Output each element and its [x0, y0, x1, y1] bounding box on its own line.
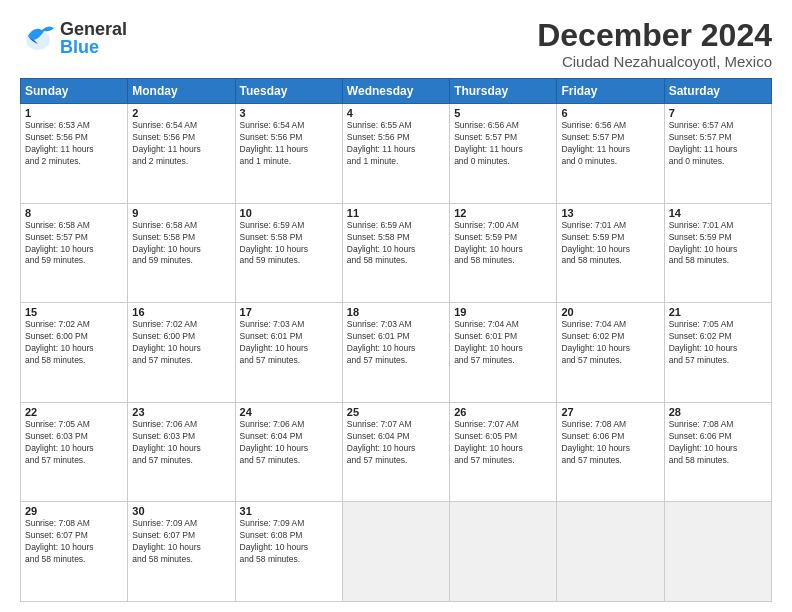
- day-info-line: Daylight: 10 hours: [132, 343, 230, 355]
- day-info: Sunrise: 7:01 AMSunset: 5:59 PMDaylight:…: [561, 220, 659, 268]
- table-row: 8Sunrise: 6:58 AMSunset: 5:57 PMDaylight…: [21, 203, 128, 303]
- day-info-line: Sunset: 5:56 PM: [240, 132, 338, 144]
- day-number: 27: [561, 406, 659, 418]
- day-info-line: Daylight: 11 hours: [132, 144, 230, 156]
- table-row: 4Sunrise: 6:55 AMSunset: 5:56 PMDaylight…: [342, 104, 449, 204]
- day-info-line: Sunrise: 7:09 AM: [240, 518, 338, 530]
- day-info-line: and 57 minutes.: [347, 355, 445, 367]
- day-info-line: Daylight: 10 hours: [25, 443, 123, 455]
- table-row: 29Sunrise: 7:08 AMSunset: 6:07 PMDayligh…: [21, 502, 128, 602]
- col-wednesday: Wednesday: [342, 79, 449, 104]
- day-info-line: and 57 minutes.: [669, 355, 767, 367]
- day-info-line: and 57 minutes.: [454, 455, 552, 467]
- day-info-line: and 58 minutes.: [561, 255, 659, 267]
- day-info-line: Daylight: 10 hours: [347, 443, 445, 455]
- table-row: 31Sunrise: 7:09 AMSunset: 6:08 PMDayligh…: [235, 502, 342, 602]
- table-row: 10Sunrise: 6:59 AMSunset: 5:58 PMDayligh…: [235, 203, 342, 303]
- day-info-line: Daylight: 10 hours: [240, 443, 338, 455]
- day-info-line: and 57 minutes.: [240, 355, 338, 367]
- day-info-line: Daylight: 10 hours: [561, 343, 659, 355]
- calendar-row-4: 29Sunrise: 7:08 AMSunset: 6:07 PMDayligh…: [21, 502, 772, 602]
- day-info: Sunrise: 6:56 AMSunset: 5:57 PMDaylight:…: [454, 120, 552, 168]
- day-info-line: Daylight: 10 hours: [561, 443, 659, 455]
- day-info-line: and 57 minutes.: [561, 455, 659, 467]
- day-info-line: Daylight: 11 hours: [561, 144, 659, 156]
- day-info-line: and 0 minutes.: [454, 156, 552, 168]
- day-info-line: Sunset: 6:06 PM: [561, 431, 659, 443]
- day-info-line: Sunrise: 7:08 AM: [25, 518, 123, 530]
- day-info-line: Sunset: 6:04 PM: [240, 431, 338, 443]
- day-info-line: Sunset: 5:59 PM: [454, 232, 552, 244]
- day-info-line: Sunrise: 6:56 AM: [454, 120, 552, 132]
- day-info: Sunrise: 7:07 AMSunset: 6:04 PMDaylight:…: [347, 419, 445, 467]
- table-row: 23Sunrise: 7:06 AMSunset: 6:03 PMDayligh…: [128, 402, 235, 502]
- day-info: Sunrise: 6:53 AMSunset: 5:56 PMDaylight:…: [25, 120, 123, 168]
- day-number: 20: [561, 306, 659, 318]
- table-row: 26Sunrise: 7:07 AMSunset: 6:05 PMDayligh…: [450, 402, 557, 502]
- day-number: 19: [454, 306, 552, 318]
- day-number: 8: [25, 207, 123, 219]
- day-info-line: and 0 minutes.: [561, 156, 659, 168]
- day-info: Sunrise: 6:59 AMSunset: 5:58 PMDaylight:…: [347, 220, 445, 268]
- table-row: 15Sunrise: 7:02 AMSunset: 6:00 PMDayligh…: [21, 303, 128, 403]
- day-info: Sunrise: 7:08 AMSunset: 6:07 PMDaylight:…: [25, 518, 123, 566]
- day-info-line: Daylight: 11 hours: [454, 144, 552, 156]
- day-info-line: Sunrise: 6:54 AM: [132, 120, 230, 132]
- table-row: 24Sunrise: 7:06 AMSunset: 6:04 PMDayligh…: [235, 402, 342, 502]
- day-info-line: Sunrise: 7:03 AM: [240, 319, 338, 331]
- day-info-line: Daylight: 10 hours: [669, 244, 767, 256]
- day-info-line: Sunrise: 7:01 AM: [669, 220, 767, 232]
- table-row: [557, 502, 664, 602]
- day-info-line: Daylight: 11 hours: [669, 144, 767, 156]
- day-info-line: and 0 minutes.: [669, 156, 767, 168]
- day-info-line: Daylight: 10 hours: [669, 343, 767, 355]
- table-row: 7Sunrise: 6:57 AMSunset: 5:57 PMDaylight…: [664, 104, 771, 204]
- day-info-line: and 57 minutes.: [561, 355, 659, 367]
- day-info-line: Daylight: 10 hours: [240, 343, 338, 355]
- day-info-line: and 59 minutes.: [25, 255, 123, 267]
- day-info-line: and 58 minutes.: [240, 554, 338, 566]
- table-row: 25Sunrise: 7:07 AMSunset: 6:04 PMDayligh…: [342, 402, 449, 502]
- day-info: Sunrise: 7:07 AMSunset: 6:05 PMDaylight:…: [454, 419, 552, 467]
- table-row: 14Sunrise: 7:01 AMSunset: 5:59 PMDayligh…: [664, 203, 771, 303]
- logo-bird-icon: [20, 18, 56, 54]
- day-info-line: Sunset: 6:00 PM: [132, 331, 230, 343]
- day-info: Sunrise: 7:09 AMSunset: 6:07 PMDaylight:…: [132, 518, 230, 566]
- day-info-line: Sunrise: 7:04 AM: [561, 319, 659, 331]
- calendar-header-row: Sunday Monday Tuesday Wednesday Thursday…: [21, 79, 772, 104]
- day-info-line: Sunset: 6:02 PM: [561, 331, 659, 343]
- day-number: 16: [132, 306, 230, 318]
- day-info: Sunrise: 6:59 AMSunset: 5:58 PMDaylight:…: [240, 220, 338, 268]
- day-info: Sunrise: 7:04 AMSunset: 6:01 PMDaylight:…: [454, 319, 552, 367]
- day-info-line: Daylight: 10 hours: [454, 244, 552, 256]
- day-info-line: Sunrise: 6:57 AM: [669, 120, 767, 132]
- day-info-line: and 2 minutes.: [25, 156, 123, 168]
- col-monday: Monday: [128, 79, 235, 104]
- day-info-line: and 58 minutes.: [132, 554, 230, 566]
- table-row: 13Sunrise: 7:01 AMSunset: 5:59 PMDayligh…: [557, 203, 664, 303]
- day-info-line: and 57 minutes.: [454, 355, 552, 367]
- day-info: Sunrise: 7:08 AMSunset: 6:06 PMDaylight:…: [669, 419, 767, 467]
- table-row: 22Sunrise: 7:05 AMSunset: 6:03 PMDayligh…: [21, 402, 128, 502]
- day-info-line: Sunset: 6:06 PM: [669, 431, 767, 443]
- day-info-line: Sunset: 6:01 PM: [347, 331, 445, 343]
- day-info-line: Sunset: 5:57 PM: [561, 132, 659, 144]
- day-number: 6: [561, 107, 659, 119]
- day-info-line: Sunrise: 6:56 AM: [561, 120, 659, 132]
- day-info-line: Sunset: 5:56 PM: [347, 132, 445, 144]
- day-info: Sunrise: 7:01 AMSunset: 5:59 PMDaylight:…: [669, 220, 767, 268]
- day-info-line: Sunset: 5:58 PM: [132, 232, 230, 244]
- day-number: 23: [132, 406, 230, 418]
- day-number: 22: [25, 406, 123, 418]
- col-saturday: Saturday: [664, 79, 771, 104]
- day-info: Sunrise: 7:00 AMSunset: 5:59 PMDaylight:…: [454, 220, 552, 268]
- table-row: 28Sunrise: 7:08 AMSunset: 6:06 PMDayligh…: [664, 402, 771, 502]
- day-number: 7: [669, 107, 767, 119]
- day-info-line: Sunrise: 7:05 AM: [669, 319, 767, 331]
- calendar-row-3: 22Sunrise: 7:05 AMSunset: 6:03 PMDayligh…: [21, 402, 772, 502]
- day-info-line: Daylight: 10 hours: [240, 542, 338, 554]
- logo-general: General: [60, 20, 127, 38]
- day-number: 5: [454, 107, 552, 119]
- day-info: Sunrise: 6:58 AMSunset: 5:58 PMDaylight:…: [132, 220, 230, 268]
- day-info: Sunrise: 6:56 AMSunset: 5:57 PMDaylight:…: [561, 120, 659, 168]
